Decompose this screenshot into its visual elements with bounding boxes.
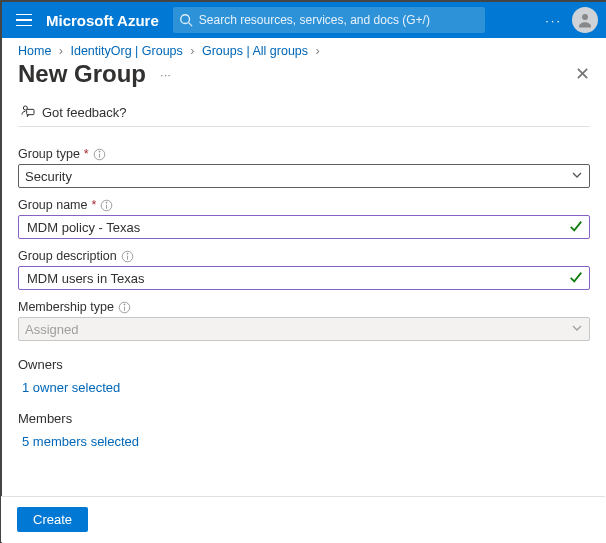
group-name-input[interactable]: [25, 219, 569, 236]
membership-type-label-text: Membership type: [18, 300, 114, 314]
search-icon: [179, 13, 193, 27]
info-icon[interactable]: [121, 250, 134, 263]
svg-point-0: [181, 15, 190, 24]
membership-type-value: Assigned: [25, 322, 78, 337]
check-icon: [569, 219, 583, 236]
global-search-input[interactable]: [193, 12, 479, 28]
info-icon[interactable]: [100, 199, 113, 212]
svg-point-10: [106, 202, 107, 203]
group-type-label-text: Group type: [18, 147, 80, 161]
breadcrumb-groups-allgroups[interactable]: Groups | All groups: [202, 44, 308, 58]
membership-type-select: Assigned: [18, 317, 590, 341]
feedback-icon: [20, 104, 36, 120]
svg-point-13: [127, 253, 128, 254]
group-type-value: Security: [25, 169, 72, 184]
chevron-right-icon: ›: [316, 44, 320, 58]
feedback-label: Got feedback?: [42, 105, 127, 120]
group-description-label-text: Group description: [18, 249, 117, 263]
svg-point-16: [124, 304, 125, 305]
global-search[interactable]: [173, 7, 485, 33]
title-row: New Group ··· ✕: [2, 58, 606, 94]
form-area: Group type * Security Group name * Group…: [2, 127, 606, 449]
group-description-label: Group description: [18, 249, 590, 263]
group-type-select[interactable]: Security: [18, 164, 590, 188]
required-asterisk: *: [84, 147, 89, 161]
members-label: Members: [18, 411, 590, 426]
svg-point-2: [582, 14, 588, 20]
top-bar: Microsoft Azure ···: [2, 2, 606, 38]
page-title: New Group: [18, 60, 146, 88]
group-name-label-text: Group name: [18, 198, 87, 212]
group-type-label: Group type *: [18, 147, 590, 161]
chevron-right-icon: ›: [59, 44, 63, 58]
chevron-down-icon: [571, 169, 583, 184]
footer-bar: Create: [1, 496, 605, 542]
person-icon: [576, 11, 594, 29]
members-selected-link[interactable]: 5 members selected: [22, 434, 590, 449]
feedback-bar[interactable]: Got feedback?: [18, 98, 590, 127]
avatar[interactable]: [572, 7, 598, 33]
breadcrumb-identityorg-groups[interactable]: IdentityOrg | Groups: [70, 44, 182, 58]
group-name-label: Group name *: [18, 198, 590, 212]
group-description-input[interactable]: [25, 270, 569, 287]
svg-rect-4: [27, 109, 34, 114]
more-actions-icon[interactable]: ···: [545, 13, 562, 28]
close-icon[interactable]: ✕: [575, 65, 590, 83]
chevron-down-icon: [571, 322, 583, 337]
brand-label[interactable]: Microsoft Azure: [46, 12, 159, 29]
create-button[interactable]: Create: [17, 507, 88, 532]
owners-selected-link[interactable]: 1 owner selected: [22, 380, 590, 395]
svg-point-7: [99, 151, 100, 152]
hamburger-menu-icon[interactable]: [10, 6, 38, 34]
breadcrumb: Home › IdentityOrg | Groups › Groups | A…: [2, 38, 606, 58]
group-description-field[interactable]: [18, 266, 590, 290]
svg-line-1: [188, 23, 192, 27]
info-icon[interactable]: [93, 148, 106, 161]
membership-type-label: Membership type: [18, 300, 590, 314]
chevron-right-icon: ›: [190, 44, 194, 58]
owners-label: Owners: [18, 357, 590, 372]
required-asterisk: *: [91, 198, 96, 212]
group-name-field[interactable]: [18, 215, 590, 239]
info-icon[interactable]: [118, 301, 131, 314]
check-icon: [569, 270, 583, 287]
page-more-actions-icon[interactable]: ···: [160, 67, 171, 82]
breadcrumb-home[interactable]: Home: [18, 44, 51, 58]
top-right: ···: [545, 7, 598, 33]
